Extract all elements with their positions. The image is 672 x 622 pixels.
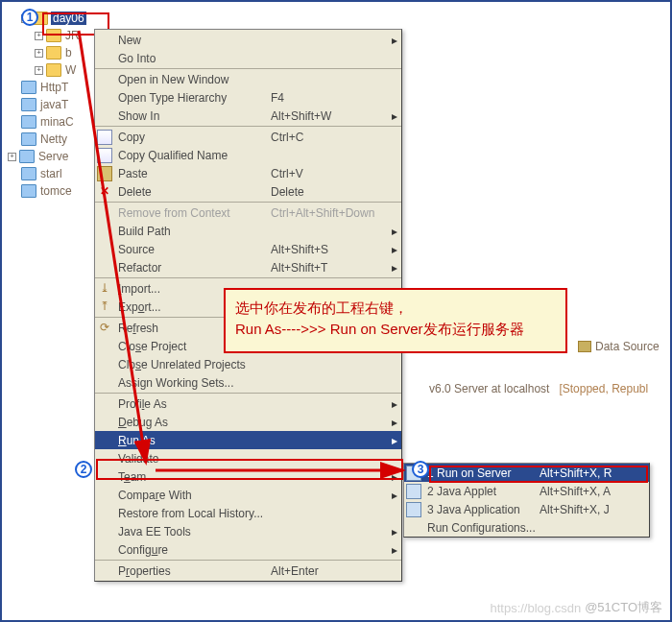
menu-close-unrelated[interactable]: Close Unrelated Projects: [95, 355, 401, 373]
tree-label: Serve: [37, 150, 69, 163]
submenu-run-config[interactable]: Run Configurations...: [404, 518, 649, 537]
menu-source[interactable]: SourceAlt+Shift+S▸: [95, 240, 401, 258]
data-source-label: Data Source: [595, 340, 660, 353]
menu-configure[interactable]: Configure▸: [95, 540, 401, 559]
menu-debug-as[interactable]: Debug As▸: [95, 413, 401, 431]
menu-properties[interactable]: PropertiesAlt+Enter: [95, 562, 401, 580]
applet-icon: [406, 484, 421, 499]
menu-profile-as[interactable]: Profile As▸: [95, 395, 401, 413]
app-frame: − day06 + JR + b + W HttpT javaT: [0, 0, 672, 622]
refresh-icon: ⟳: [97, 321, 112, 336]
menu-remove-context: Remove from ContextCtrl+Alt+Shift+Down: [95, 203, 401, 222]
step-marker-1: 1: [21, 9, 38, 26]
submenu-java-applet[interactable]: 2 Java AppletAlt+Shift+X, A: [404, 482, 649, 500]
project-icon: [21, 98, 36, 111]
submenu-run-as[interactable]: 1 Run on ServerAlt+Shift+X, R 2 Java App…: [403, 463, 650, 538]
submenu-java-application[interactable]: 3 Java ApplicationAlt+Shift+X, J: [404, 500, 649, 518]
server-row[interactable]: v6.0 Server at localhost [Stopped, Repub…: [429, 382, 648, 395]
tree-expand-icon[interactable]: +: [35, 49, 43, 58]
tree-label: HttpT: [39, 81, 69, 94]
menu-javaee-tools[interactable]: Java EE Tools▸: [95, 522, 401, 540]
datasource-icon: [578, 341, 591, 352]
menu-open-type-hierarchy[interactable]: Open Type HierarchyF4: [95, 88, 401, 107]
menu-delete[interactable]: ✕DeleteDelete: [95, 182, 401, 201]
tree-label: javaT: [39, 98, 69, 111]
project-icon: [21, 81, 36, 94]
project-icon: [21, 132, 36, 146]
java-app-icon: [406, 502, 421, 517]
project-icon: [19, 150, 35, 163]
tree-label: minaC: [39, 115, 75, 129]
watermark: https://blog.csdn @51CTO博客: [490, 599, 662, 616]
callout-line-2: Run As---->>> Run on Server发布运行服务器: [235, 319, 556, 340]
menu-copy-qualified[interactable]: Copy Qualified Name: [95, 146, 401, 164]
menu-paste[interactable]: PasteCtrl+V: [95, 164, 401, 182]
menu-copy[interactable]: CopyCtrl+C: [95, 128, 401, 146]
tree-expand-icon[interactable]: +: [8, 153, 16, 161]
paste-icon: [97, 166, 112, 181]
copy-icon: [97, 148, 112, 163]
menu-team[interactable]: Team▸: [95, 467, 401, 486]
tree-label: starl: [39, 167, 63, 180]
tree-label: W: [64, 63, 77, 77]
project-icon: [21, 115, 36, 129]
submenu-run-on-server[interactable]: 1 Run on ServerAlt+Shift+X, R: [404, 464, 649, 482]
tree-label: tomce: [39, 184, 73, 198]
folder-icon: [46, 63, 61, 77]
menu-show-in[interactable]: Show InAlt+Shift+W▸: [95, 107, 401, 125]
import-icon: ⤓: [97, 281, 112, 297]
menu-open-new-window[interactable]: Open in New Window: [95, 70, 401, 88]
project-icon: [21, 184, 36, 198]
project-icon: [21, 167, 36, 180]
step-marker-3: 3: [412, 461, 429, 478]
server-state: [Stopped, Republ: [559, 382, 648, 395]
export-icon: ⤒: [97, 299, 112, 315]
folder-icon: [46, 46, 61, 60]
menu-refactor[interactable]: RefactorAlt+Shift+T▸: [95, 258, 401, 276]
delete-icon: ✕: [97, 184, 112, 200]
copy-icon: [97, 130, 112, 145]
menu-compare-with[interactable]: Compare With▸: [95, 486, 401, 504]
tree-label: b: [64, 46, 73, 60]
menu-run-as[interactable]: Run As▸: [95, 431, 401, 449]
tree-expand-icon[interactable]: +: [35, 66, 43, 75]
callout-box: 选中你在发布的工程右键， Run As---->>> Run on Server…: [224, 288, 567, 353]
server-label: v6.0 Server at localhost: [429, 382, 549, 395]
menu-new[interactable]: New▸: [95, 31, 401, 49]
data-source-tab[interactable]: Data Source: [578, 340, 660, 353]
menu-validate[interactable]: Validate: [95, 449, 401, 467]
menu-build-path[interactable]: Build Path▸: [95, 222, 401, 240]
menu-assign-ws[interactable]: Assign Working Sets...: [95, 373, 401, 392]
callout-line-1: 选中你在发布的工程右键，: [235, 298, 556, 319]
menu-restore-history[interactable]: Restore from Local History...: [95, 504, 401, 522]
menu-go-into[interactable]: Go Into: [95, 49, 401, 67]
step-marker-2: 2: [75, 461, 92, 478]
tree-label: Netty: [39, 132, 68, 146]
